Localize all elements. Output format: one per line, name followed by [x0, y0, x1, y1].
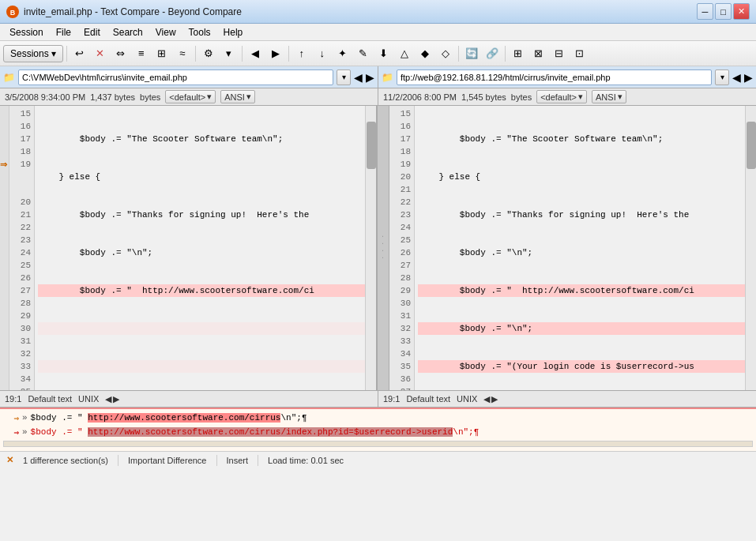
maximize-button[interactable]: □ [715, 3, 732, 20]
toolbar-tri-btn[interactable]: △ [395, 44, 414, 63]
menu-file[interactable]: File [50, 25, 77, 39]
right-nav-prev[interactable]: ◀ [732, 71, 741, 84]
menu-tools[interactable]: Tools [182, 25, 217, 39]
toolbar-down-btn[interactable]: ↓ [313, 44, 332, 63]
sessions-button[interactable]: Sessions ▾ [3, 45, 63, 62]
toolbar-separator-4 [288, 46, 289, 62]
left-empty-1 [38, 322, 365, 335]
left-cursor-pos: 19:1 [5, 394, 21, 404]
right-encoding-dropdown[interactable]: <default> ▾ [536, 90, 587, 103]
left-code-pane[interactable]: 15 16 17 18 19 20 21 22 23 24 25 26 27 2… [9, 106, 377, 390]
right-line-18: $body .= "\n"; [418, 246, 745, 259]
left-scroll-right[interactable]: ▶ [113, 394, 119, 404]
right-size: 1,545 bytes [461, 92, 506, 102]
left-status-ending: UNIX [78, 394, 99, 404]
left-path-bar: 📁 ▾ ◀ ▶ [0, 66, 378, 88]
left-lineending-arrow: ▾ [246, 92, 251, 102]
right-status-label: Default text [406, 394, 450, 404]
left-scroll-left[interactable]: ◀ [105, 394, 111, 404]
right-scroll-left[interactable]: ◀ [483, 394, 490, 404]
toolbar-separator-2 [195, 46, 196, 62]
toolbar: Sessions ▾ ↩ ✕ ⇔ ≡ ⊞ ≈ ⚙ ▾ ◀ ▶ ↑ ↓ ✦ ✎ ⬇… [0, 41, 756, 66]
toolbar-star-btn[interactable]: ✦ [333, 44, 352, 63]
right-line-20: $body .= "\n"; [418, 322, 745, 335]
right-scroll-right[interactable]: ▶ [491, 394, 498, 404]
left-scrollbar[interactable] [365, 106, 376, 390]
minimize-button[interactable]: ─ [697, 3, 713, 20]
menu-session[interactable]: Session [3, 25, 50, 39]
toolbar-link-btn[interactable]: 🔗 [483, 44, 502, 63]
toolbar-grid3-btn[interactable]: ⊟ [550, 44, 569, 63]
toolbar-grid4-btn[interactable]: ⊡ [570, 44, 589, 63]
right-size-unit: bytes [511, 92, 532, 102]
toolbar-copy-left-btn[interactable]: ⊞ [152, 44, 171, 63]
toolbar-up-btn[interactable]: ↑ [292, 44, 311, 63]
right-line-19: $body .= " http://www.scootersoftware.co… [418, 284, 745, 297]
window-controls: ─ □ ✕ [697, 3, 750, 20]
left-nav-next[interactable]: ▶ [366, 71, 374, 84]
sessions-dropdown-arrow: ▾ [51, 48, 56, 59]
right-scrollbar-thumb[interactable] [747, 122, 756, 169]
left-nav-prev[interactable]: ◀ [354, 71, 363, 84]
toolbar-open-btn[interactable]: ⚙ [199, 44, 218, 63]
toolbar-undo-btn[interactable]: ↩ [70, 44, 89, 63]
right-info-bar: 11/2/2006 8:00 PM 1,545 bytes bytes <def… [378, 88, 756, 105]
left-path-input[interactable] [18, 70, 333, 85]
toolbar-grid2-btn[interactable]: ⊠ [529, 44, 548, 63]
right-line-numbers: 15 16 17 18 19 20 21 22 23 24 25 26 27 2… [389, 106, 415, 390]
right-path-input[interactable] [397, 70, 712, 85]
left-size: 1,437 bytes [90, 92, 135, 102]
close-button[interactable]: ✕ [733, 3, 750, 20]
left-path-icon: 📁 [3, 72, 15, 83]
toolbar-copy-right-btn[interactable]: ≈ [173, 44, 192, 63]
left-encoding-dropdown[interactable]: <default> ▾ [165, 90, 216, 103]
menu-help[interactable]: Help [217, 25, 250, 39]
menu-search[interactable]: Search [107, 25, 149, 39]
toolbar-align-btn[interactable]: ≡ [132, 44, 151, 63]
diff-line-2: ⇒ » $body .= " http://www.scootersoftwar… [3, 425, 753, 439]
left-lineending: ANSI [224, 92, 245, 102]
left-scrollbar-thumb[interactable] [367, 122, 376, 169]
left-line-19: $body .= " http://www.scootersoftware.co… [38, 284, 365, 297]
status-bars: 19:1 Default text UNIX ◀ ▶ 19:1 Default … [0, 390, 756, 408]
diff-scrollbar[interactable] [3, 441, 753, 447]
toolbar-prev-btn[interactable]: ◀ [246, 44, 265, 63]
right-path-dropdown[interactable]: ▾ [715, 70, 729, 85]
toolbar-separator-1 [66, 46, 67, 62]
right-code-pane[interactable]: 15 16 17 18 19 20 21 22 23 24 25 26 27 2… [389, 106, 756, 390]
toolbar-diamond-btn[interactable]: ◆ [416, 44, 434, 63]
right-lineending-arrow: ▾ [618, 92, 622, 102]
left-line-17: $body .= "Thanks for signing up! Here's … [38, 209, 365, 221]
info-bars: 3/5/2008 9:34:00 PM 1,437 bytes bytes <d… [0, 88, 756, 106]
left-status-label: Default text [28, 394, 72, 404]
diff-marker-2: » [22, 427, 28, 437]
left-lineending-dropdown[interactable]: ANSI ▾ [220, 90, 255, 103]
left-path-dropdown[interactable]: ▾ [337, 70, 351, 85]
left-date: 3/5/2008 9:34:00 PM [5, 92, 85, 102]
toolbar-grid1-btn[interactable]: ⊞ [509, 44, 528, 63]
load-time: Load time: 0.01 sec [268, 456, 344, 465]
right-line-17: $body .= "Thanks for signing up! Here's … [418, 209, 745, 221]
menu-edit[interactable]: Edit [77, 25, 107, 39]
toolbar-refresh-btn[interactable]: 🔄 [462, 44, 481, 63]
diff-arrow-right-2: ⇒ [3, 427, 19, 438]
toolbar-separator-5 [458, 46, 459, 62]
left-scroll-arrows[interactable]: ◀ ▶ [105, 394, 119, 404]
toolbar-edit-btn[interactable]: ✎ [354, 44, 373, 63]
toolbar-redo-btn[interactable]: ✕ [91, 44, 110, 63]
right-scrollbar[interactable] [745, 106, 756, 390]
right-nav-next[interactable]: ▶ [744, 71, 753, 84]
window-title: invite_email.php - Text Compare - Beyond… [24, 6, 242, 17]
toolbar-next-btn[interactable]: ▶ [266, 44, 285, 63]
diff-section: ⇒ » $body .= " http://www.scootersoftwar… [0, 408, 756, 451]
right-scroll-arrows[interactable]: ◀ ▶ [483, 394, 498, 404]
left-size-unit: bytes [140, 92, 160, 102]
toolbar-down2-btn[interactable]: ⬇ [374, 44, 393, 63]
left-encoding: <default> [169, 92, 205, 102]
toolbar-options-dropdown[interactable]: ▾ [220, 44, 239, 63]
toolbar-diamond2-btn[interactable]: ◇ [436, 44, 455, 63]
menu-view[interactable]: View [149, 25, 182, 39]
right-lineending: ANSI [596, 92, 616, 102]
right-lineending-dropdown[interactable]: ANSI ▾ [592, 90, 626, 103]
toolbar-swap-btn[interactable]: ⇔ [111, 44, 130, 63]
